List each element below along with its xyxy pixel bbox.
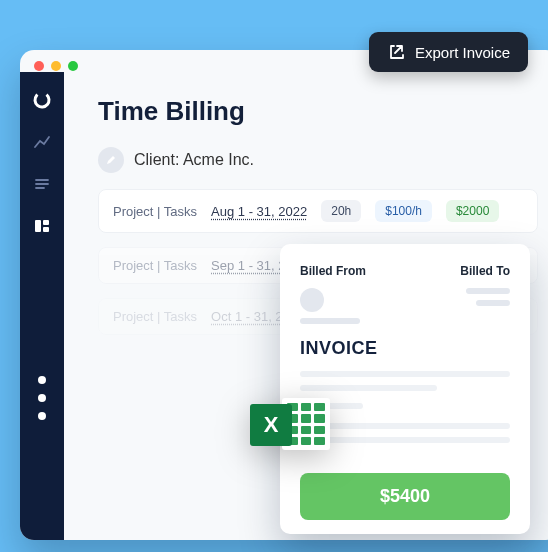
project-label: Project | Tasks — [113, 309, 197, 324]
export-label: Export Invoice — [415, 44, 510, 61]
maximize-window-icon[interactable] — [68, 61, 78, 71]
close-window-icon[interactable] — [34, 61, 44, 71]
client-row: Client: Acme Inc. — [98, 147, 548, 173]
svg-rect-3 — [43, 227, 49, 232]
sidebar — [20, 72, 64, 540]
client-label: Client: Acme Inc. — [134, 151, 254, 169]
sidebar-more-icon[interactable] — [38, 376, 46, 420]
invoice-title: INVOICE — [300, 338, 510, 359]
billed-from-label: Billed From — [300, 264, 366, 278]
excel-icon[interactable]: X — [250, 392, 330, 456]
list-icon[interactable] — [32, 174, 52, 194]
billing-row[interactable]: Project | Tasks Aug 1 - 31, 2022 20h $10… — [98, 189, 538, 233]
date-range[interactable]: Aug 1 - 31, 2022 — [211, 204, 307, 219]
minimize-window-icon[interactable] — [51, 61, 61, 71]
billed-to-placeholder — [466, 288, 510, 324]
invoice-total-button[interactable]: $5400 — [300, 473, 510, 520]
excel-x-glyph: X — [250, 404, 292, 446]
export-icon — [387, 43, 405, 61]
total-pill: $2000 — [446, 200, 499, 222]
billing-icon[interactable] — [32, 216, 52, 236]
logo-icon[interactable] — [32, 90, 52, 110]
invoice-preview: Billed From Billed To INVOICE $5400 — [280, 244, 530, 534]
billed-to-label: Billed To — [460, 264, 510, 278]
project-label: Project | Tasks — [113, 258, 197, 273]
rate-pill: $100/h — [375, 200, 432, 222]
project-label: Project | Tasks — [113, 204, 197, 219]
export-invoice-button[interactable]: Export Invoice — [369, 32, 528, 72]
invoice-lines-placeholder — [300, 371, 510, 443]
page-title: Time Billing — [98, 96, 548, 127]
edit-icon[interactable] — [98, 147, 124, 173]
billed-from-placeholder — [300, 288, 360, 324]
svg-point-0 — [32, 90, 52, 110]
analytics-icon[interactable] — [32, 132, 52, 152]
svg-rect-2 — [43, 220, 49, 225]
svg-rect-1 — [35, 220, 41, 232]
hours-pill: 20h — [321, 200, 361, 222]
